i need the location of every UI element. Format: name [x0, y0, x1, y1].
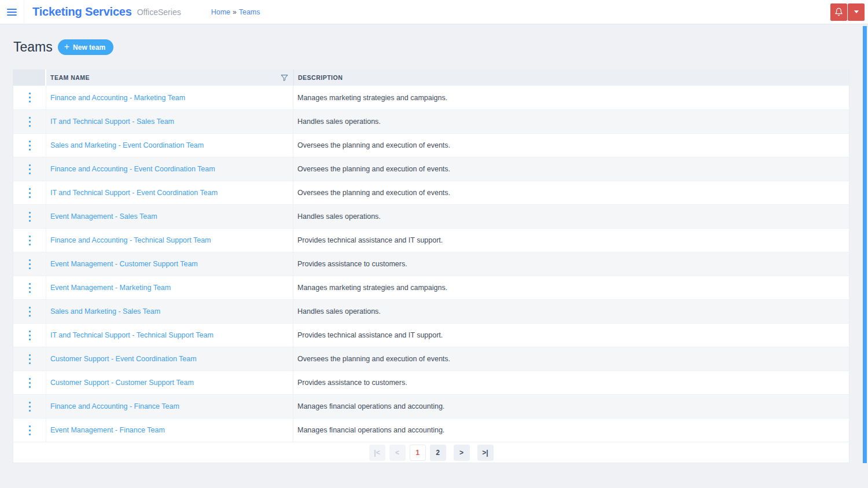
row-actions-cell [13, 395, 46, 418]
pagination-first-button[interactable]: |< [369, 445, 385, 461]
team-description-cell: Manages marketing strategies and campaig… [293, 276, 849, 299]
new-team-button[interactable]: + New team [58, 39, 113, 55]
kebab-vertical-dots-icon [29, 402, 31, 403]
team-name-link[interactable]: Customer Support - Customer Support Team [50, 379, 194, 387]
row-actions-cell [13, 324, 46, 347]
row-actions-kebab-button[interactable] [25, 376, 34, 390]
row-actions-kebab-button[interactable] [25, 138, 34, 153]
team-name-filter-button[interactable] [281, 74, 288, 82]
pagination-prev-button[interactable]: < [389, 445, 406, 461]
row-actions-kebab-button[interactable] [25, 281, 34, 295]
row-actions-kebab-button[interactable] [25, 399, 34, 414]
table-row: Event Management - Finance Team Manages … [13, 418, 849, 442]
row-actions-cell [13, 181, 46, 204]
team-name-cell: Sales and Marketing - Event Coordination… [46, 134, 293, 157]
team-name-link[interactable]: Event Management - Customer Support Team [50, 260, 198, 268]
header-divider [24, 0, 24, 24]
team-description-cell: Provides technical assistance and IT sup… [293, 229, 849, 252]
top-header: Ticketing Services OfficeSeries Home » T… [0, 0, 868, 24]
team-name-link[interactable]: Finance and Accounting - Marketing Team [50, 94, 185, 102]
table-row: Sales and Marketing - Sales Team Handles… [13, 299, 849, 323]
notifications-button[interactable] [830, 3, 847, 21]
kebab-vertical-dots-icon [29, 188, 31, 190]
team-name-link[interactable]: IT and Technical Support - Event Coordin… [50, 189, 218, 197]
pagination-next-button[interactable]: > [454, 445, 470, 461]
breadcrumb-separator: » [233, 8, 237, 16]
team-description: Manages marketing strategies and campaig… [297, 94, 447, 102]
row-actions-kebab-button[interactable] [25, 162, 34, 177]
table-row: Finance and Accounting - Finance Team Ma… [13, 394, 849, 418]
team-description: Handles sales operations. [297, 118, 381, 126]
row-actions-kebab-button[interactable] [25, 423, 34, 438]
table-row: Event Management - Customer Support Team… [13, 252, 849, 276]
menu-icon [7, 9, 17, 10]
row-actions-kebab-button[interactable] [25, 304, 34, 319]
team-name-cell: Event Management - Marketing Team [46, 276, 293, 299]
team-name-link[interactable]: Sales and Marketing - Event Coordination… [50, 141, 204, 149]
team-description-cell: Oversees the planning and execution of e… [293, 181, 849, 204]
table-row: Event Management - Marketing Team Manage… [13, 276, 849, 299]
team-description-cell: Manages financial operations and account… [293, 395, 849, 418]
kebab-vertical-dots-icon [29, 164, 31, 166]
row-actions-cell [13, 347, 46, 370]
team-name-link[interactable]: IT and Technical Support - Technical Sup… [50, 331, 214, 339]
team-name-link[interactable]: Event Management - Sales Team [50, 212, 157, 221]
pagination-last-button[interactable]: >| [477, 445, 494, 461]
team-name-link[interactable]: Sales and Marketing - Sales Team [50, 307, 160, 315]
team-name-link[interactable]: Finance and Accounting - Technical Suppo… [50, 236, 211, 244]
table-row: IT and Technical Support - Technical Sup… [13, 323, 849, 347]
row-actions-cell [13, 300, 46, 323]
actions-column-header [13, 69, 46, 86]
header-actions [830, 3, 865, 21]
page-title: Teams [13, 39, 53, 55]
row-actions-cell [13, 252, 46, 276]
team-name-cell: Finance and Accounting - Technical Suppo… [46, 229, 293, 252]
main-content: Teams + New team TEAM NAME DESCRIPTION [0, 24, 868, 463]
team-name-link[interactable]: Finance and Accounting - Event Coordinat… [50, 165, 215, 173]
team-name-link[interactable]: Finance and Accounting - Finance Team [50, 402, 179, 410]
pagination-page-2-button[interactable]: 2 [430, 445, 446, 461]
hamburger-menu-button[interactable] [0, 0, 24, 24]
scrollbar-thumb[interactable] [863, 26, 867, 463]
row-actions-kebab-button[interactable] [25, 186, 34, 200]
row-actions-cell [13, 229, 46, 252]
row-actions-kebab-button[interactable] [25, 210, 34, 224]
pagination-page-1-button[interactable]: 1 [410, 445, 426, 461]
team-description: Provides technical assistance and IT sup… [297, 236, 443, 244]
account-dropdown-button[interactable] [848, 3, 865, 21]
team-name-cell: Customer Support - Customer Support Team [46, 371, 293, 394]
row-actions-cell [13, 157, 46, 181]
team-description: Manages financial operations and account… [297, 402, 444, 410]
team-name-cell: IT and Technical Support - Event Coordin… [46, 181, 293, 204]
row-actions-cell [13, 86, 46, 109]
row-actions-kebab-button[interactable] [25, 233, 34, 248]
team-description: Oversees the planning and execution of e… [297, 189, 450, 197]
breadcrumb-current-link[interactable]: Teams [239, 8, 260, 16]
team-name-cell: Customer Support - Event Coordination Te… [46, 347, 293, 370]
table-row: Customer Support - Customer Support Team… [13, 370, 849, 394]
team-description-cell: Handles sales operations. [293, 205, 849, 228]
row-actions-kebab-button[interactable] [25, 115, 34, 129]
row-actions-kebab-button[interactable] [25, 352, 34, 366]
pagination: |< < 1 2 > >| [13, 442, 849, 463]
team-name-link[interactable]: Event Management - Marketing Team [50, 284, 171, 292]
new-team-button-label: New team [73, 43, 105, 52]
team-description: Oversees the planning and execution of e… [297, 141, 450, 149]
team-name-column-header: TEAM NAME [46, 69, 293, 86]
team-name-cell: Event Management - Customer Support Team [46, 252, 293, 276]
team-name-link[interactable]: Event Management - Finance Team [50, 426, 165, 434]
table-row: Event Management - Sales Team Handles sa… [13, 204, 849, 228]
row-actions-kebab-button[interactable] [25, 90, 34, 105]
team-description: Manages financial operations and account… [297, 426, 444, 434]
team-name-link[interactable]: Customer Support - Event Coordination Te… [50, 355, 197, 363]
app-title: Ticketing Services [32, 5, 132, 19]
team-description-cell: Provides assistance to customers. [293, 371, 849, 394]
team-description: Handles sales operations. [297, 307, 381, 315]
row-actions-kebab-button[interactable] [25, 257, 34, 271]
breadcrumb-home-link[interactable]: Home [211, 8, 230, 16]
teams-table: TEAM NAME DESCRIPTION Finance and Accoun… [13, 69, 849, 463]
team-name-link[interactable]: IT and Technical Support - Sales Team [50, 118, 174, 126]
team-name-column-label: TEAM NAME [50, 74, 90, 81]
row-actions-kebab-button[interactable] [25, 328, 34, 343]
team-description-cell: Handles sales operations. [293, 300, 849, 323]
